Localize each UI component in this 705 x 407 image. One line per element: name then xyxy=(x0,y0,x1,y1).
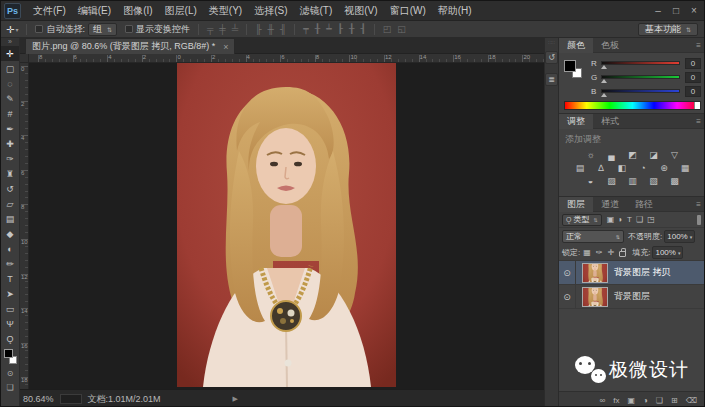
spot-healing-brush-tool[interactable]: ✚ xyxy=(1,136,19,151)
color-spectrum-ramp[interactable] xyxy=(564,101,701,110)
menu-item-10[interactable]: 帮助(H) xyxy=(432,1,478,20)
layer-row[interactable]: ⊙背景图层 xyxy=(559,285,705,309)
layer-filter-toggle[interactable] xyxy=(697,215,701,225)
panel-menu-icon[interactable]: ≡ xyxy=(696,200,701,209)
r-channel-slider[interactable] xyxy=(601,61,680,65)
auto-select-checkbox[interactable] xyxy=(35,25,43,33)
hue-saturation-icon[interactable]: ▤ xyxy=(574,163,587,174)
color-balance-icon[interactable]: ∆ xyxy=(595,163,608,174)
rectangle-tool[interactable]: ▭ xyxy=(1,301,19,316)
gradient-tool[interactable]: ▤ xyxy=(1,211,19,226)
menu-item-3[interactable]: 图像(I) xyxy=(117,1,158,20)
vibrance-icon[interactable]: ▽ xyxy=(668,150,681,161)
align-horizontal-centers-icon[interactable]: ╫ xyxy=(268,24,274,34)
menu-item-4[interactable]: 图层(L) xyxy=(159,1,203,20)
b-channel-slider[interactable] xyxy=(601,89,680,93)
eraser-tool[interactable]: ▱ xyxy=(1,196,19,211)
history-brush-tool[interactable]: ↺ xyxy=(1,181,19,196)
screen-mode-button[interactable]: ❏ xyxy=(1,380,19,394)
zoom-tool[interactable]: Ǫ xyxy=(1,331,19,346)
channel-value[interactable]: 0 xyxy=(685,86,701,97)
clone-stamp-tool[interactable]: ♜ xyxy=(1,166,19,181)
maximize-button[interactable]: □ xyxy=(667,1,685,20)
tab-styles[interactable]: 样式 xyxy=(593,114,627,129)
blur-tool[interactable]: ◆ xyxy=(1,226,19,241)
auto-select-dropdown[interactable]: 组⇅ xyxy=(88,23,117,36)
3d-mode-icon[interactable]: ◱ xyxy=(397,24,406,34)
fill-field[interactable]: 100%▾ xyxy=(652,246,683,259)
menu-item-5[interactable]: 类型(Y) xyxy=(203,1,248,20)
align-bottom-edges-icon[interactable]: ╧ xyxy=(232,24,238,34)
distribute-horizontal-centers-icon[interactable]: ╂ xyxy=(349,24,354,34)
invert-icon[interactable]: ◒ xyxy=(584,176,597,187)
pen-tool[interactable]: ✏ xyxy=(1,256,19,271)
channel-value[interactable]: 0 xyxy=(685,58,701,69)
blend-mode-dropdown[interactable]: 正常⇅ xyxy=(562,230,624,243)
filter-type-layers-icon[interactable]: T xyxy=(627,215,632,224)
toolbar-collapse-button[interactable]: » xyxy=(1,38,19,46)
channel-value[interactable]: 0 xyxy=(685,72,701,83)
foreground-color-chip[interactable] xyxy=(564,60,576,72)
menu-item-6[interactable]: 选择(S) xyxy=(248,1,293,20)
new-adjustment-layer-button[interactable]: ◑ xyxy=(643,396,648,405)
align-right-edges-icon[interactable]: ╢ xyxy=(280,24,286,34)
lock-image-icon[interactable]: ✑ xyxy=(596,248,603,257)
layer-visibility-toggle[interactable]: ⊙ xyxy=(559,261,576,285)
tab-close-icon[interactable]: × xyxy=(223,42,228,52)
filter-pixel-layers-icon[interactable]: ▣ xyxy=(607,215,615,224)
brush-tool[interactable]: ✑ xyxy=(1,151,19,166)
layer-filter-type-dropdown[interactable]: Ǫ 类型 ⇅ xyxy=(562,214,602,226)
white-color-chip[interactable] xyxy=(694,102,700,109)
menu-item-9[interactable]: 窗口(W) xyxy=(384,1,432,20)
g-channel-slider[interactable] xyxy=(601,75,680,79)
close-button[interactable]: × xyxy=(685,1,703,20)
panel-menu-icon[interactable]: ≡ xyxy=(696,117,701,126)
menu-item-8[interactable]: 视图(V) xyxy=(338,1,383,20)
menu-item-1[interactable]: 文件(F) xyxy=(27,1,72,20)
levels-icon[interactable]: ▄ xyxy=(605,150,618,161)
tab-channels[interactable]: 通道 xyxy=(593,197,627,212)
filter-group-layers-icon[interactable]: ❏ xyxy=(636,215,643,224)
slider-thumb-icon[interactable] xyxy=(601,79,607,83)
zoom-level-field[interactable]: 80.64% xyxy=(23,394,54,404)
new-group-button[interactable]: ❏ xyxy=(656,396,663,405)
link-layers-button[interactable]: ∞ xyxy=(599,396,605,405)
distribute-right-edges-icon[interactable]: ┨ xyxy=(360,24,365,34)
tab-paths[interactable]: 路径 xyxy=(627,197,661,212)
crop-tool[interactable]: # xyxy=(1,106,19,121)
move-tool[interactable]: ✛ xyxy=(1,46,19,61)
history-panel-button[interactable]: ↺ xyxy=(545,51,558,64)
tab-color[interactable]: 颜色 xyxy=(559,38,593,53)
gradient-map-icon[interactable]: ▧ xyxy=(647,176,660,187)
workspace-switcher[interactable]: 基本功能⇅ xyxy=(638,23,698,36)
photo-filter-icon[interactable]: ◔ xyxy=(637,163,650,174)
properties-panel-button[interactable]: ≣ xyxy=(545,73,558,86)
quick-mask-button[interactable]: ⊙ xyxy=(1,366,19,380)
align-vertical-centers-icon[interactable]: ╪ xyxy=(219,24,225,34)
lock-transparency-icon[interactable]: ▦ xyxy=(583,248,591,257)
align-top-edges-icon[interactable]: ╤ xyxy=(207,24,213,34)
status-menu-arrow-icon[interactable]: ▶ xyxy=(233,395,238,403)
lock-position-icon[interactable]: ✛ xyxy=(608,248,615,257)
add-layer-mask-button[interactable]: ▣ xyxy=(627,396,635,405)
tab-swatches[interactable]: 色板 xyxy=(593,38,627,53)
canvas-area[interactable] xyxy=(29,63,544,389)
curves-icon[interactable]: ◩ xyxy=(626,150,639,161)
distribute-bottom-edges-icon[interactable]: ┷ xyxy=(326,24,331,34)
selective-color-icon[interactable]: ▩ xyxy=(668,176,681,187)
dodge-tool[interactable]: ◐ xyxy=(1,241,19,256)
black-white-icon[interactable]: ◧ xyxy=(616,163,629,174)
layer-style-button[interactable]: fx xyxy=(613,396,619,405)
minimize-button[interactable]: – xyxy=(649,1,667,20)
menu-item-2[interactable]: 编辑(E) xyxy=(72,1,117,20)
tab-layers[interactable]: 图层 xyxy=(559,197,593,212)
align-left-edges-icon[interactable]: ╟ xyxy=(255,24,261,34)
layer-visibility-toggle[interactable]: ⊙ xyxy=(559,285,576,309)
opacity-field[interactable]: 100%▾ xyxy=(664,230,695,243)
distribute-top-edges-icon[interactable]: ┯ xyxy=(303,24,308,34)
auto-align-layers-icon[interactable]: ◰ xyxy=(383,24,392,34)
panel-menu-icon[interactable]: ≡ xyxy=(696,41,701,50)
tool-preset-caret-icon[interactable]: ▾ xyxy=(15,26,18,33)
show-transform-checkbox[interactable] xyxy=(125,25,133,33)
exposure-icon[interactable]: ◪ xyxy=(647,150,660,161)
